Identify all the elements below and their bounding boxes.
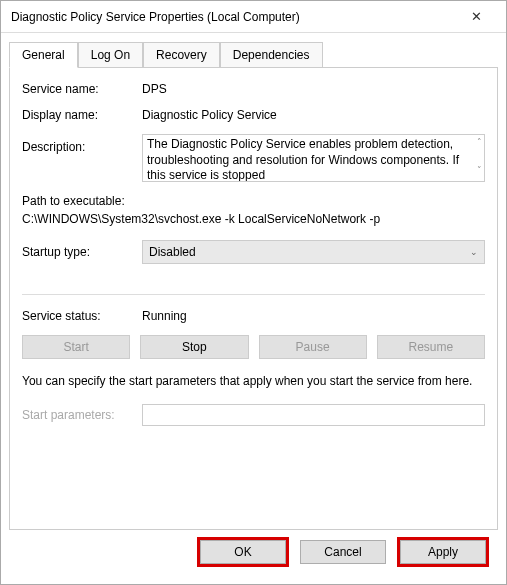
tab-dependencies[interactable]: Dependencies bbox=[220, 42, 323, 68]
apply-button[interactable]: Apply bbox=[400, 540, 486, 564]
properties-dialog: Diagnostic Policy Service Properties (Lo… bbox=[0, 0, 507, 585]
service-status-value: Running bbox=[142, 309, 485, 323]
divider bbox=[22, 294, 485, 295]
service-status-label: Service status: bbox=[22, 309, 142, 323]
chevron-up-icon[interactable]: ˄ bbox=[477, 137, 482, 149]
tab-general[interactable]: General bbox=[9, 42, 78, 68]
startup-type-select[interactable]: Disabled ⌄ bbox=[142, 240, 485, 264]
start-button: Start bbox=[22, 335, 130, 359]
content-area: General Log On Recovery Dependencies Ser… bbox=[1, 33, 506, 584]
path-value: C:\WINDOWS\System32\svchost.exe -k Local… bbox=[22, 212, 485, 226]
startup-type-label: Startup type: bbox=[22, 245, 142, 259]
dialog-button-row: OK Cancel Apply bbox=[9, 530, 498, 576]
chevron-down-icon: ⌄ bbox=[470, 247, 478, 257]
start-parameters-label: Start parameters: bbox=[22, 408, 142, 422]
start-parameters-hint: You can specify the start parameters tha… bbox=[22, 373, 485, 390]
service-name-label: Service name: bbox=[22, 82, 142, 96]
titlebar: Diagnostic Policy Service Properties (Lo… bbox=[1, 1, 506, 33]
tab-recovery[interactable]: Recovery bbox=[143, 42, 220, 68]
pause-button: Pause bbox=[259, 335, 367, 359]
start-parameters-input[interactable] bbox=[142, 404, 485, 426]
close-icon[interactable]: ✕ bbox=[457, 7, 496, 26]
startup-type-value: Disabled bbox=[149, 245, 196, 259]
description-box[interactable]: The Diagnostic Policy Service enables pr… bbox=[142, 134, 485, 182]
cancel-button[interactable]: Cancel bbox=[300, 540, 386, 564]
tab-logon[interactable]: Log On bbox=[78, 42, 143, 68]
chevron-down-icon[interactable]: ˅ bbox=[477, 165, 482, 177]
scroll-arrows[interactable]: ˄ ˅ bbox=[477, 137, 482, 176]
service-name-value: DPS bbox=[142, 82, 485, 96]
path-label: Path to executable: bbox=[22, 194, 485, 208]
general-panel: Service name: DPS Display name: Diagnost… bbox=[9, 67, 498, 530]
display-name-value: Diagnostic Policy Service bbox=[142, 108, 485, 122]
description-label: Description: bbox=[22, 134, 142, 182]
stop-button[interactable]: Stop bbox=[140, 335, 248, 359]
description-text: The Diagnostic Policy Service enables pr… bbox=[147, 137, 459, 182]
ok-button[interactable]: OK bbox=[200, 540, 286, 564]
tabstrip: General Log On Recovery Dependencies bbox=[9, 42, 498, 68]
display-name-label: Display name: bbox=[22, 108, 142, 122]
resume-button: Resume bbox=[377, 335, 485, 359]
window-title: Diagnostic Policy Service Properties (Lo… bbox=[11, 10, 300, 24]
